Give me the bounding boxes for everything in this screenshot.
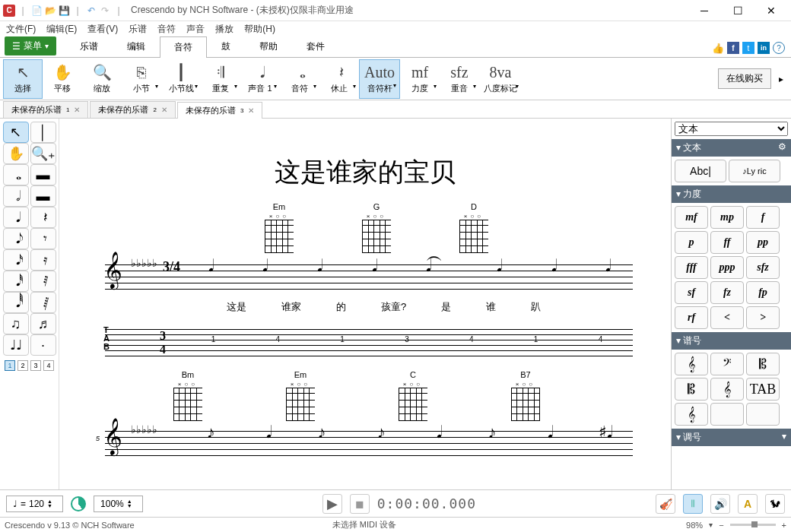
ribbon-tab[interactable]: 编辑 xyxy=(113,36,160,57)
dynamic-button-<[interactable]: < xyxy=(710,306,744,329)
tool-button[interactable]: ▬ xyxy=(30,185,56,207)
close-icon[interactable]: ✕ xyxy=(161,106,167,114)
redo-icon[interactable]: ↷ xyxy=(99,5,111,17)
minimize-button[interactable]: ─ xyxy=(688,0,721,21)
clef-button[interactable] xyxy=(746,403,780,426)
panel-selector[interactable]: 文本 xyxy=(675,122,788,136)
maximize-button[interactable]: ☐ xyxy=(721,0,754,21)
tool-button[interactable]: 𝅝 xyxy=(3,164,29,185)
main-menu-button[interactable]: ☰ 菜单 ▾ xyxy=(5,36,56,55)
tool-button[interactable]: │ xyxy=(30,122,56,143)
instruments-button[interactable]: 🎻 xyxy=(656,494,675,514)
tool-button[interactable]: 🔍₊ xyxy=(30,143,56,164)
menu-play[interactable]: 播放 xyxy=(215,23,233,36)
dynamic-button-f[interactable]: f xyxy=(746,206,780,229)
dynamic-button-sfz[interactable]: sfz xyxy=(746,256,780,279)
dynamic-button-fff[interactable]: fff xyxy=(675,256,708,279)
tool-b-button[interactable]: 🐿 xyxy=(765,494,785,514)
menu-note[interactable]: 音符 xyxy=(157,23,176,36)
play-button[interactable]: ▶ xyxy=(322,494,342,514)
tool-button[interactable]: ♬ xyxy=(30,313,56,334)
document-tab[interactable]: 未保存的乐谱 2 ✕ xyxy=(90,101,175,118)
clef-button[interactable]: 𝄢 xyxy=(710,353,744,375)
ribbon-button-声音 1[interactable]: 𝅘𝅥声音 1▾ xyxy=(240,59,280,99)
zoom-in-button[interactable]: + xyxy=(782,521,786,530)
ribbon-tab[interactable]: 音符 xyxy=(160,36,207,58)
ribbon-tab[interactable]: 乐谱 xyxy=(65,36,113,57)
document-tab[interactable]: 未保存的乐谱 1 ✕ xyxy=(3,101,88,118)
dynamic-button-sf[interactable]: sf xyxy=(675,281,708,304)
menu-file[interactable]: 文件(F) xyxy=(6,23,36,36)
ribbon-button-重音[interactable]: sfz重音▾ xyxy=(440,59,479,99)
tool-button[interactable]: 𝅀 xyxy=(30,271,56,292)
tool-button[interactable]: 𝄿 xyxy=(30,249,56,271)
tool-a-button[interactable]: A xyxy=(738,494,758,514)
clef-button[interactable]: 𝄞 xyxy=(675,403,708,426)
save-icon[interactable]: 💾 xyxy=(58,5,70,17)
ribbon-more-icon[interactable]: ▸ xyxy=(774,74,788,84)
dynamic-button-mf[interactable]: mf xyxy=(675,206,708,229)
dynamic-button-p[interactable]: p xyxy=(675,231,708,254)
tool-button[interactable]: ♩♩ xyxy=(3,334,29,356)
clef-button[interactable]: 𝄡 xyxy=(675,378,708,401)
dynamic-button-fz[interactable]: fz xyxy=(710,281,744,304)
document-tab[interactable]: 未保存的乐谱 3 ✕ xyxy=(177,102,262,119)
menu-score[interactable]: 乐谱 xyxy=(129,23,147,36)
tool-button[interactable]: 𝅁 xyxy=(30,292,56,313)
zoom-out-button[interactable]: − xyxy=(719,521,723,530)
stop-button[interactable]: ◼ xyxy=(350,494,370,514)
ribbon-button-选择[interactable]: ↖选择 xyxy=(3,59,43,99)
clef-button[interactable]: 𝄡 xyxy=(746,353,780,375)
clef-button[interactable]: TAB xyxy=(746,378,780,401)
close-icon[interactable]: ✕ xyxy=(74,106,80,114)
dynamic-button->[interactable]: > xyxy=(746,306,780,329)
facebook-icon[interactable]: f xyxy=(727,42,739,54)
voice-4[interactable]: 4 xyxy=(43,360,54,371)
undo-icon[interactable]: ↶ xyxy=(85,5,97,17)
clef-button[interactable]: 𝄞 xyxy=(710,378,744,401)
linkedin-icon[interactable]: in xyxy=(758,42,770,54)
tool-button[interactable]: · xyxy=(30,334,56,356)
ribbon-button-小节线[interactable]: ┃小节线▾ xyxy=(161,59,201,99)
menu-view[interactable]: 查看(V) xyxy=(87,23,118,36)
dynamic-button-fp[interactable]: fp xyxy=(746,281,780,304)
tool-button[interactable]: 𝄾 xyxy=(30,228,56,249)
ribbon-tab[interactable]: 帮助 xyxy=(245,36,292,57)
buy-online-button[interactable]: 在线购买 xyxy=(718,68,771,89)
tool-button[interactable]: ▬ xyxy=(30,164,56,185)
open-icon[interactable]: 📂 xyxy=(44,5,56,17)
lyric-tool-button[interactable]: ♪Ly ric xyxy=(729,160,780,182)
tool-button[interactable]: 𝅘𝅥𝅰 xyxy=(3,271,29,292)
zoom-field[interactable]: 100%▲▼ xyxy=(94,496,143,512)
voice-1[interactable]: 1 xyxy=(5,360,15,371)
close-icon[interactable]: ✕ xyxy=(248,106,254,115)
ribbon-button-音符杆[interactable]: Auto音符杆▾ xyxy=(359,59,400,99)
new-icon[interactable]: 📄 xyxy=(30,5,43,17)
ribbon-tab[interactable]: 套件 xyxy=(292,36,339,57)
score-canvas[interactable]: 这是谁家的宝贝 Em×○○G×○○D×○○ 𝄞 ♭♭♭♭♭ 3/4 𝅘𝅥𝅘𝅥𝅘𝅥… xyxy=(59,119,671,489)
tool-button[interactable]: 𝅗𝅥 xyxy=(3,185,29,207)
dynamic-button-rf[interactable]: rf xyxy=(675,306,708,329)
ribbon-button-小节[interactable]: ⎘小节▾ xyxy=(122,59,161,99)
ribbon-button-休止[interactable]: 𝄽休止▾ xyxy=(319,59,359,99)
dynamic-button-mp[interactable]: mp xyxy=(710,206,744,229)
tool-button[interactable]: ↖ xyxy=(3,122,29,143)
tool-button[interactable]: ♫ xyxy=(3,313,29,334)
dynamic-button-ff[interactable]: ff xyxy=(710,231,744,254)
metronome-button[interactable]: ⫴ xyxy=(683,494,703,514)
close-button[interactable]: ✕ xyxy=(754,0,788,21)
like-icon[interactable]: 👍 xyxy=(712,42,724,54)
menu-sound[interactable]: 声音 xyxy=(186,23,205,36)
text-tool-button[interactable]: Abc| xyxy=(675,160,726,182)
dynamic-button-ppp[interactable]: ppp xyxy=(710,256,744,279)
ribbon-button-缩放[interactable]: 🔍缩放 xyxy=(82,59,122,99)
ribbon-tab[interactable]: 鼓 xyxy=(207,36,245,57)
tool-button[interactable]: 𝅘𝅥𝅯 xyxy=(3,249,29,271)
tool-button[interactable]: ✋ xyxy=(3,143,29,164)
speaker-button[interactable]: 🔊 xyxy=(710,494,730,514)
ribbon-button-力度[interactable]: mf力度▾ xyxy=(400,59,440,99)
ribbon-button-平移[interactable]: ✋平移 xyxy=(43,59,82,99)
ribbon-button-八度标记[interactable]: 8va八度标记▾ xyxy=(479,59,522,99)
tool-button[interactable]: 𝅘𝅥𝅮 xyxy=(3,228,29,249)
tool-button[interactable]: 𝅘𝅥𝅱 xyxy=(3,292,29,313)
